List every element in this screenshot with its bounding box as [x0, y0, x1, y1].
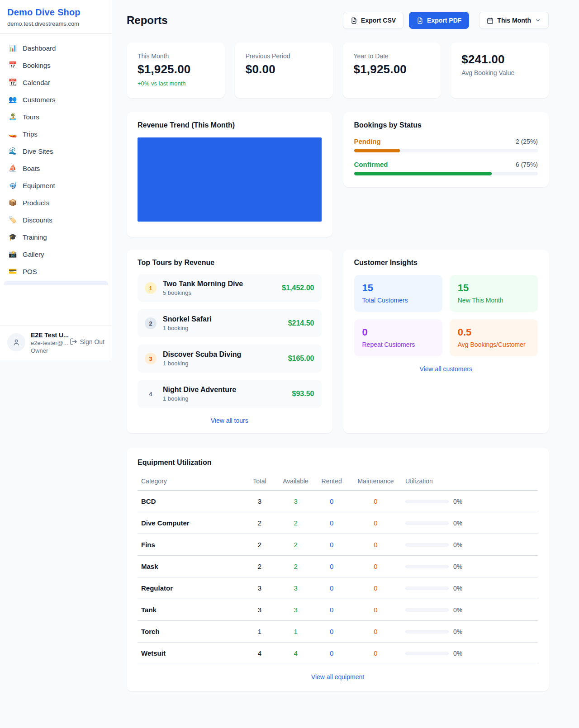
column-header-total: Total [242, 473, 278, 491]
period-label: This Month [497, 17, 531, 24]
cell-total: 3 [242, 599, 278, 621]
cell-category: BCD [138, 491, 242, 512]
period-select[interactable]: This Month [479, 12, 549, 29]
cell-rented: 0 [313, 577, 350, 599]
equipment-utilization-title: Equipment Utilization [138, 459, 538, 467]
file-download-icon [417, 17, 423, 24]
tour-revenue: $93.50 [292, 390, 314, 398]
cell-available: 2 [278, 556, 314, 577]
sidebar-nav-item[interactable]: 🚤 Trips [4, 125, 108, 142]
sidebar-nav-item[interactable]: 🌊 Dive Sites [4, 142, 108, 160]
insight-label: New This Month [458, 297, 530, 304]
column-header-rented: Rented [313, 473, 350, 491]
cell-maintenance: 0 [350, 599, 402, 621]
sidebar-nav-item[interactable]: 🎓 Training [4, 228, 108, 246]
tour-bookings: 1 booking [163, 360, 282, 367]
sidebar-nav-item[interactable]: ⛵ Boats [4, 160, 108, 177]
revenue-trend-chart [138, 137, 322, 222]
sidebar-nav-item[interactable]: 🏷️ Discounts [4, 211, 108, 228]
nav-item-label: Equipment [23, 182, 55, 189]
cell-available: 4 [278, 643, 314, 664]
cell-category: Dive Computer [138, 512, 242, 534]
status-label: Confirmed [354, 161, 388, 168]
user-name: E2E Test U... [31, 331, 64, 339]
header-actions: Export CSV Export PDF This Month [343, 12, 549, 29]
sign-out-button[interactable]: Sign Out [70, 338, 104, 345]
nav-item-icon: 📆 [8, 78, 17, 86]
sidebar-nav-item[interactable]: 💳 POS [4, 263, 108, 280]
tour-rank-badge: 3 [145, 353, 157, 364]
column-header-category: Category [138, 473, 242, 491]
nav-item-label: Boats [23, 165, 40, 172]
tour-name: Snorkel Safari [163, 315, 282, 323]
tour-rank-badge: 1 [145, 282, 157, 294]
nav-item-label: Dashboard [23, 44, 56, 52]
utilization-percent: 0% [453, 541, 462, 548]
nav-item-label: Training [23, 233, 47, 241]
view-all-customers-link[interactable]: View all customers [354, 365, 538, 373]
nav-item-icon: 🎓 [8, 233, 17, 241]
column-header-available: Available [278, 473, 314, 491]
sidebar-nav-item[interactable]: 📸 Gallery [4, 246, 108, 263]
stat-label: Year to Date [354, 52, 430, 60]
stats-row: This Month $1,925.00 +0% vs last month P… [127, 43, 549, 98]
nav-item-icon: 🏝️ [8, 113, 17, 121]
stat-card-avg-booking-value: $241.00 Avg Booking Value [451, 43, 549, 98]
tour-bookings: 5 bookings [163, 289, 275, 296]
sidebar-nav-item[interactable]: 📆 Calendar [4, 74, 108, 91]
cell-maintenance: 0 [350, 621, 402, 643]
nav-item-label: Bookings [23, 61, 51, 69]
cell-utilization: 0% [402, 621, 538, 643]
status-label: Pending [354, 137, 381, 145]
status-count: 6 (75%) [516, 161, 538, 168]
sidebar-nav-item[interactable]: 🏝️ Tours [4, 108, 108, 125]
insight-value: 15 [362, 282, 434, 294]
sidebar-item-reports-partial[interactable] [4, 281, 108, 285]
shop-domain: demo.test.divestreams.com [7, 20, 104, 27]
nav-item-icon: 📊 [8, 44, 17, 52]
user-meta: E2E Test U... e2e-tester@... Owner [31, 331, 64, 354]
revenue-trend-card: Revenue Trend (This Month) [127, 112, 332, 237]
cell-category: Fins [138, 534, 242, 556]
sidebar-nav-item[interactable]: 📊 Dashboard [4, 39, 108, 57]
sign-out-label: Sign Out [80, 338, 104, 345]
page-header: Reports Export CSV Export PDF This Month [127, 12, 549, 29]
nav-item-label: Calendar [23, 79, 50, 86]
sidebar-nav-item[interactable]: 👥 Customers [4, 91, 108, 108]
nav-item-icon: 🚤 [8, 130, 17, 138]
sidebar-nav-item[interactable]: 📦 Products [4, 194, 108, 211]
cell-total: 3 [242, 491, 278, 512]
export-csv-button[interactable]: Export CSV [343, 12, 403, 29]
main-content: Reports Export CSV Export PDF This Month… [112, 0, 579, 713]
cell-available: 2 [278, 534, 314, 556]
charts-row: Revenue Trend (This Month) Bookings by S… [127, 112, 549, 237]
nav-item-icon: 💳 [8, 267, 17, 275]
utilization-track [405, 543, 449, 547]
utilization-track [405, 586, 449, 590]
equipment-table-row: Wetsuit 4 4 0 0 0% [138, 643, 538, 664]
cell-rented: 0 [313, 643, 350, 664]
cell-utilization: 0% [402, 534, 538, 556]
insight-label: Avg Bookings/Customer [458, 341, 530, 348]
view-all-tours-link[interactable]: View all tours [138, 408, 322, 424]
nav-item-label: POS [23, 268, 37, 275]
stat-label: This Month [138, 52, 214, 60]
sidebar-nav-item[interactable]: 🤿 Equipment [4, 177, 108, 194]
utilization-track [405, 500, 449, 503]
utilization-percent: 0% [453, 585, 462, 592]
view-all-equipment-link[interactable]: View all equipment [138, 673, 538, 681]
tour-rank-badge: 2 [145, 317, 157, 329]
cell-total: 2 [242, 556, 278, 577]
insight-value: 15 [458, 282, 530, 294]
status-progress-fill [354, 149, 400, 152]
export-pdf-button[interactable]: Export PDF [409, 12, 469, 29]
insight-tile: 15 Total Customers [354, 275, 442, 312]
bookings-by-status-title: Bookings by Status [354, 121, 538, 129]
tour-revenue: $214.50 [288, 319, 314, 327]
cell-maintenance: 0 [350, 556, 402, 577]
cell-utilization: 0% [402, 577, 538, 599]
equipment-table-row: Torch 1 1 0 0 0% [138, 621, 538, 643]
sidebar-nav-item[interactable]: 📅 Bookings [4, 57, 108, 74]
person-icon [12, 338, 20, 346]
cell-category: Regulator [138, 577, 242, 599]
